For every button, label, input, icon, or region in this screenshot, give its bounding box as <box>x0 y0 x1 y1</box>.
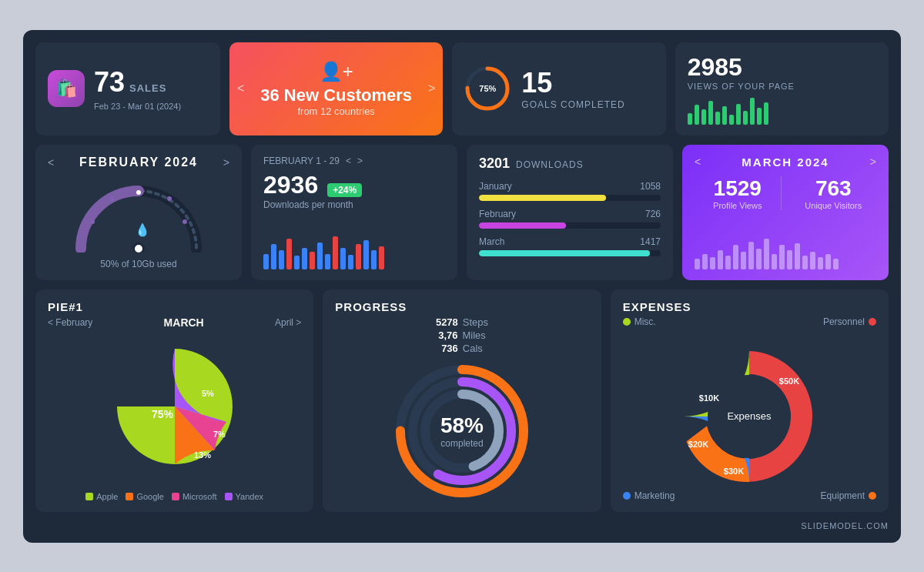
march-uv-number: 763 <box>791 176 877 201</box>
legend-microsoft: Microsoft <box>172 492 217 501</box>
steps-label: Steps <box>463 316 488 328</box>
customers-main: 36 New Customers <box>260 85 412 105</box>
downloads-next[interactable]: > <box>357 156 363 166</box>
views-bar <box>729 115 734 125</box>
expenses-card: EXPENSES Misc. Personnel <box>611 289 889 512</box>
stat-row-value: 726 <box>645 209 661 219</box>
downloads-prev[interactable]: < <box>346 156 351 166</box>
goals-circle: 75% <box>464 65 511 112</box>
sales-date: Feb 23 - Mar 01 (2024) <box>94 102 181 111</box>
svg-point-8 <box>182 219 187 224</box>
stat-row-value: 1417 <box>640 236 661 247</box>
stat-bars-card: 3201 DOWNLOADS January 1058 February 726 <box>467 145 673 280</box>
expenses-donut: Expenses $50K $30K $20K $10K <box>623 332 876 486</box>
svg-text:$30K: $30K <box>724 467 744 476</box>
march-bar <box>748 242 754 269</box>
stat-row-march: March 1417 <box>479 236 661 256</box>
march-bar <box>741 252 746 269</box>
legend-apple: Apple <box>85 492 118 501</box>
pie-nav-prev[interactable]: < February <box>48 317 92 328</box>
dl-bar <box>263 254 269 269</box>
pie-nav: < February MARCH April > <box>48 316 301 329</box>
march-bar <box>810 252 815 269</box>
progress-stat-steps: 5278 Steps <box>436 316 488 328</box>
pie-nav-current: MARCH <box>164 316 204 329</box>
dl-bar <box>363 240 369 269</box>
customers-card: < 👤+ 36 New Customers from 12 countries … <box>229 42 443 135</box>
views-number: 2985 <box>688 53 876 82</box>
views-bar <box>736 104 741 125</box>
expenses-legend-bottom: Marketing Equipment <box>623 490 876 501</box>
legend-yandex: Yandex <box>225 492 264 501</box>
progress-stats: 5278 Steps 3,76 Miles 736 Cals <box>335 316 588 354</box>
progress-rings: 58% completed <box>393 362 531 500</box>
svg-point-6 <box>167 196 172 201</box>
mid-row: < FEBRUARY 2024 > <box>35 145 889 280</box>
downloads-period: FEBRUARY 1 - 29 <box>263 156 340 166</box>
dl-bar <box>317 243 323 269</box>
views-bar <box>715 112 720 124</box>
stat-row-february: February 726 <box>479 209 661 229</box>
march-title: MARCH 2024 <box>707 156 864 169</box>
customers-next[interactable]: > <box>428 82 435 95</box>
views-label: VIEWS OF YOUR PAGE <box>688 82 876 91</box>
stat-row-january: January 1058 <box>479 181 661 201</box>
progress-title: PROGRESS <box>335 300 407 313</box>
sales-label: SALES <box>129 82 166 94</box>
miles-number: 3,76 <box>438 329 457 341</box>
svg-text:13%: 13% <box>194 450 211 460</box>
march-bar <box>787 250 792 269</box>
gauge-next[interactable]: > <box>223 156 229 169</box>
svg-point-5 <box>109 196 114 201</box>
customers-prev[interactable]: < <box>237 82 244 95</box>
dl-bar <box>379 246 384 269</box>
expenses-title: EXPENSES <box>623 300 876 313</box>
downloads-label: Downloads per month <box>263 199 445 210</box>
gauge-prev[interactable]: < <box>48 156 54 169</box>
top-row: 🛍️ 73 SALES Feb 23 - Mar 01 (2024) < 👤+ … <box>35 42 889 135</box>
svg-text:5%: 5% <box>202 389 214 398</box>
stat-row-name: March <box>479 236 504 247</box>
views-bar <box>722 106 727 124</box>
march-bars <box>695 239 876 269</box>
svg-text:75%: 75% <box>152 408 174 420</box>
svg-text:💧: 💧 <box>135 222 150 237</box>
legend-google: Google <box>126 492 163 501</box>
march-uv-label: Unique Visitors <box>791 201 877 210</box>
progress-stat-miles: 3,76 Miles <box>438 329 486 341</box>
legend-personnel: Personnel <box>823 316 876 327</box>
goals-card: 75% 15 GOALS COMPLETED <box>452 42 665 135</box>
march-prev[interactable]: < <box>695 156 701 168</box>
march-pv-label: Profile Views <box>695 201 781 210</box>
pie-nav-next[interactable]: April > <box>275 317 301 328</box>
stat-row-name: February <box>479 209 516 219</box>
gauge-svg: 💧 <box>69 176 208 253</box>
march-next[interactable]: > <box>870 156 876 168</box>
downloads-bars <box>263 231 445 269</box>
downloads-badge: +24% <box>327 183 362 197</box>
customers-icon: 👤+ <box>320 61 353 82</box>
march-card: < MARCH 2024 > 1529 Profile Views 763 Un… <box>682 145 889 280</box>
steps-number: 5278 <box>436 316 458 328</box>
dl-bar <box>325 254 330 269</box>
dl-bar <box>333 236 338 269</box>
svg-text:$10K: $10K <box>699 393 719 403</box>
march-bar <box>756 249 762 269</box>
march-unique-visitors: 763 Unique Visitors <box>791 176 877 210</box>
views-bar <box>695 105 699 124</box>
march-bar <box>710 257 715 269</box>
views-bar <box>701 109 706 125</box>
dl-bar <box>310 252 315 269</box>
march-bar <box>772 254 777 269</box>
dl-bar <box>340 248 346 269</box>
brand-footer: SLIDEMODEL.COM <box>35 521 889 530</box>
svg-text:Expenses: Expenses <box>728 410 772 422</box>
downloads-month-card: FEBRUARY 1 - 29 < > 2936 +24% Downloads … <box>251 145 457 280</box>
cals-label: Cals <box>463 343 483 354</box>
dl-bar <box>371 250 377 269</box>
goals-number: 15 <box>521 67 624 99</box>
march-bar <box>764 239 769 269</box>
dl-bar <box>294 256 300 269</box>
dashboard: 🛍️ 73 SALES Feb 23 - Mar 01 (2024) < 👤+ … <box>23 30 901 543</box>
expenses-legend-top: Misc. Personnel <box>623 316 876 327</box>
